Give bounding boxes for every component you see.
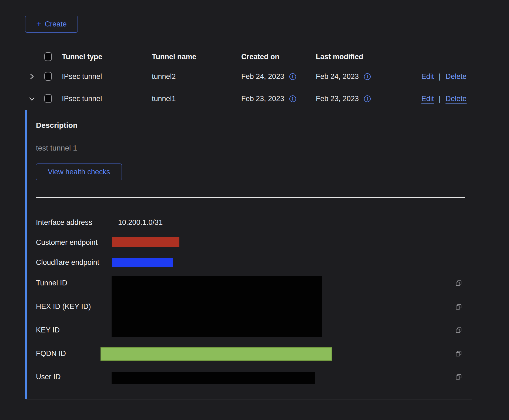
key-id-label: KEY ID <box>36 325 60 335</box>
view-health-checks-label: View health checks <box>48 168 110 176</box>
panel-divider <box>36 197 465 198</box>
interface-address-value: 10.200.1.0/31 <box>118 218 163 227</box>
row-actions: Edit | Delete <box>421 94 467 103</box>
copy-icon[interactable] <box>456 351 462 357</box>
description-value: test tunnel 1 <box>36 144 77 153</box>
copy-icon[interactable] <box>456 327 462 334</box>
copy-icon[interactable] <box>456 280 462 286</box>
customer-endpoint-redaction <box>112 237 179 247</box>
info-icon[interactable] <box>364 73 371 80</box>
row-checkbox[interactable] <box>44 72 52 81</box>
info-icon[interactable] <box>364 95 371 102</box>
view-health-checks-button[interactable]: View health checks <box>36 164 122 180</box>
hex-id-label: HEX ID (KEY ID) <box>36 302 91 311</box>
edit-link[interactable]: Edit <box>421 72 434 81</box>
created-on-cell: Feb 24, 2023 <box>241 72 296 81</box>
delete-link[interactable]: Delete <box>446 94 467 103</box>
customer-endpoint-label: Customer endpoint <box>36 238 98 247</box>
copy-icon[interactable] <box>456 374 462 380</box>
action-separator: | <box>439 72 441 81</box>
plus-icon: + <box>36 19 41 28</box>
row-actions: Edit | Delete <box>421 72 467 81</box>
info-icon[interactable] <box>289 95 296 102</box>
edit-link[interactable]: Edit <box>421 94 434 103</box>
created-on-value: Feb 24, 2023 <box>241 72 284 81</box>
last-modified-cell: Feb 23, 2023 <box>316 94 371 103</box>
expanded-row-indicator-bar <box>25 110 27 399</box>
expanded-row-bottom-divider <box>26 399 472 399</box>
row-divider <box>25 88 472 88</box>
cloudflare-endpoint-label: Cloudflare endpoint <box>36 258 99 267</box>
tunnel-type-value: IPsec tunnel <box>62 94 102 103</box>
fqdn-id-label: FQDN ID <box>36 349 66 358</box>
tunnel-id-label: Tunnel ID <box>36 278 67 288</box>
fqdn-id-redaction <box>101 347 332 361</box>
user-id-label: User ID <box>36 372 61 381</box>
chevron-right-icon[interactable] <box>28 73 36 80</box>
info-icon[interactable] <box>289 73 296 80</box>
header-tunnel-name: Tunnel name <box>152 52 196 61</box>
tunnel-name-value: tunnel2 <box>152 72 176 81</box>
header-tunnel-type: Tunnel type <box>62 52 102 61</box>
interface-address-label: Interface address <box>36 218 92 227</box>
last-modified-value: Feb 23, 2023 <box>316 94 359 103</box>
tunnel-name-value: tunnel1 <box>152 94 176 103</box>
ipsec-tunnels-page: + Create Tunnel type Tunnel name Created… <box>0 0 509 420</box>
action-separator: | <box>439 94 441 103</box>
ids-redaction <box>112 276 322 337</box>
delete-link[interactable]: Delete <box>446 72 467 81</box>
cloudflare-endpoint-redaction <box>112 258 173 267</box>
header-last-modified: Last modified <box>316 52 363 61</box>
chevron-down-icon[interactable] <box>28 95 36 103</box>
create-button[interactable]: + Create <box>25 16 78 33</box>
copy-icon[interactable] <box>456 304 462 310</box>
tunnel-type-value: IPsec tunnel <box>62 72 102 81</box>
description-label: Description <box>36 121 78 130</box>
header-divider <box>25 66 472 66</box>
last-modified-value: Feb 24, 2023 <box>316 72 359 81</box>
header-created-on: Created on <box>241 52 279 61</box>
created-on-cell: Feb 23, 2023 <box>241 94 296 103</box>
select-all-checkbox[interactable] <box>44 52 52 61</box>
create-button-label: Create <box>45 20 67 28</box>
user-id-redaction <box>112 372 315 384</box>
created-on-value: Feb 23, 2023 <box>241 94 284 103</box>
last-modified-cell: Feb 24, 2023 <box>316 72 371 81</box>
row-checkbox[interactable] <box>44 94 52 103</box>
